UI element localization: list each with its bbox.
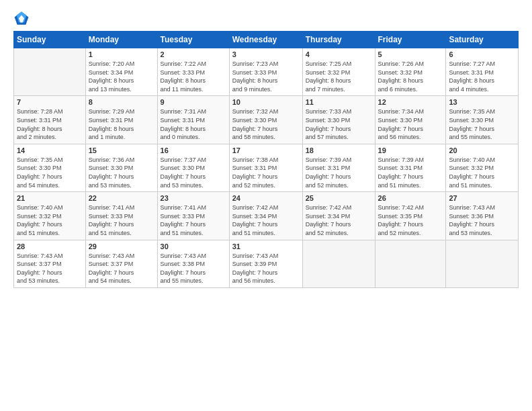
day-number: 18 [306, 146, 372, 154]
day-number: 27 [449, 194, 515, 202]
day-number: 10 [232, 98, 300, 106]
calendar-cell: 6Sunrise: 7:27 AMSunset: 3:31 PMDaylight… [446, 48, 519, 96]
day-number: 7 [17, 98, 83, 106]
day-info: Sunrise: 7:27 AMSunset: 3:31 PMDaylight:… [449, 60, 515, 93]
calendar-cell: 16Sunrise: 7:37 AMSunset: 3:30 PMDayligh… [157, 144, 229, 191]
day-info: Sunrise: 7:40 AMSunset: 3:32 PMDaylight:… [17, 203, 83, 237]
day-number: 5 [378, 50, 443, 58]
day-number: 6 [449, 50, 515, 58]
calendar-cell: 11Sunrise: 7:33 AMSunset: 3:30 PMDayligh… [302, 96, 375, 144]
day-number: 3 [232, 50, 300, 58]
day-info: Sunrise: 7:43 AMSunset: 3:37 PMDaylight:… [17, 252, 83, 285]
calendar-header-thursday: Thursday [302, 32, 375, 48]
calendar-cell: 7Sunrise: 7:28 AMSunset: 3:31 PMDaylight… [14, 96, 86, 144]
day-info: Sunrise: 7:22 AMSunset: 3:33 PMDaylight:… [161, 60, 226, 93]
day-info: Sunrise: 7:23 AMSunset: 3:33 PMDaylight:… [232, 60, 300, 93]
day-number: 8 [89, 98, 154, 106]
day-info: Sunrise: 7:38 AMSunset: 3:31 PMDaylight:… [232, 156, 300, 189]
calendar-cell: 19Sunrise: 7:39 AMSunset: 3:31 PMDayligh… [375, 144, 446, 191]
calendar-cell: 1Sunrise: 7:20 AMSunset: 3:34 PMDaylight… [85, 48, 157, 96]
day-info: Sunrise: 7:20 AMSunset: 3:34 PMDaylight:… [89, 60, 154, 93]
calendar-cell: 8Sunrise: 7:29 AMSunset: 3:31 PMDaylight… [85, 96, 157, 144]
day-number: 13 [449, 98, 515, 106]
calendar-cell: 28Sunrise: 7:43 AMSunset: 3:37 PMDayligh… [14, 240, 86, 287]
calendar-cell: 24Sunrise: 7:42 AMSunset: 3:34 PMDayligh… [229, 192, 302, 240]
calendar-cell: 26Sunrise: 7:42 AMSunset: 3:35 PMDayligh… [375, 192, 446, 240]
calendar-cell: 25Sunrise: 7:42 AMSunset: 3:34 PMDayligh… [302, 192, 375, 240]
header [13, 11, 519, 27]
calendar-cell [446, 240, 519, 287]
day-number: 22 [89, 194, 154, 202]
day-number: 21 [17, 194, 83, 202]
day-number: 17 [232, 146, 300, 154]
calendar-header-tuesday: Tuesday [157, 32, 229, 48]
day-info: Sunrise: 7:26 AMSunset: 3:32 PMDaylight:… [378, 60, 443, 93]
day-info: Sunrise: 7:43 AMSunset: 3:36 PMDaylight:… [449, 203, 515, 237]
day-number: 31 [232, 242, 300, 250]
calendar-table: SundayMondayTuesdayWednesdayThursdayFrid… [13, 31, 519, 288]
calendar-cell: 2Sunrise: 7:22 AMSunset: 3:33 PMDaylight… [157, 48, 229, 96]
day-info: Sunrise: 7:43 AMSunset: 3:38 PMDaylight:… [161, 252, 226, 285]
calendar-cell: 22Sunrise: 7:41 AMSunset: 3:33 PMDayligh… [85, 192, 157, 240]
logo [13, 11, 32, 27]
day-info: Sunrise: 7:36 AMSunset: 3:30 PMDaylight:… [89, 156, 154, 189]
calendar-cell: 21Sunrise: 7:40 AMSunset: 3:32 PMDayligh… [14, 192, 86, 240]
calendar-cell: 20Sunrise: 7:40 AMSunset: 3:32 PMDayligh… [446, 144, 519, 191]
day-info: Sunrise: 7:33 AMSunset: 3:30 PMDaylight:… [306, 107, 372, 141]
day-number: 12 [378, 98, 443, 106]
day-info: Sunrise: 7:28 AMSunset: 3:31 PMDaylight:… [17, 107, 83, 141]
day-info: Sunrise: 7:40 AMSunset: 3:32 PMDaylight:… [449, 156, 515, 189]
calendar-week-2: 14Sunrise: 7:35 AMSunset: 3:30 PMDayligh… [14, 144, 519, 191]
day-number: 28 [17, 242, 83, 250]
calendar-cell: 5Sunrise: 7:26 AMSunset: 3:32 PMDaylight… [375, 48, 446, 96]
calendar-week-3: 21Sunrise: 7:40 AMSunset: 3:32 PMDayligh… [14, 192, 519, 240]
calendar-cell [14, 48, 86, 96]
calendar-cell: 4Sunrise: 7:25 AMSunset: 3:32 PMDaylight… [302, 48, 375, 96]
calendar-cell: 27Sunrise: 7:43 AMSunset: 3:36 PMDayligh… [446, 192, 519, 240]
logo-icon [13, 11, 30, 27]
calendar-cell: 9Sunrise: 7:31 AMSunset: 3:31 PMDaylight… [157, 96, 229, 144]
day-number: 14 [17, 146, 83, 154]
day-info: Sunrise: 7:42 AMSunset: 3:35 PMDaylight:… [378, 203, 443, 237]
calendar-header-wednesday: Wednesday [229, 32, 302, 48]
day-info: Sunrise: 7:35 AMSunset: 3:30 PMDaylight:… [449, 107, 515, 141]
calendar-cell: 3Sunrise: 7:23 AMSunset: 3:33 PMDaylight… [229, 48, 302, 96]
calendar-cell: 30Sunrise: 7:43 AMSunset: 3:38 PMDayligh… [157, 240, 229, 287]
day-number: 23 [161, 194, 226, 202]
calendar-cell: 10Sunrise: 7:32 AMSunset: 3:30 PMDayligh… [229, 96, 302, 144]
day-info: Sunrise: 7:42 AMSunset: 3:34 PMDaylight:… [306, 203, 372, 237]
calendar-cell: 17Sunrise: 7:38 AMSunset: 3:31 PMDayligh… [229, 144, 302, 191]
calendar-cell: 29Sunrise: 7:43 AMSunset: 3:37 PMDayligh… [85, 240, 157, 287]
day-number: 2 [161, 50, 226, 58]
day-info: Sunrise: 7:35 AMSunset: 3:30 PMDaylight:… [17, 156, 83, 189]
day-number: 15 [89, 146, 154, 154]
day-info: Sunrise: 7:43 AMSunset: 3:39 PMDaylight:… [232, 252, 300, 285]
calendar-cell: 13Sunrise: 7:35 AMSunset: 3:30 PMDayligh… [446, 96, 519, 144]
calendar-cell: 14Sunrise: 7:35 AMSunset: 3:30 PMDayligh… [14, 144, 86, 191]
calendar-week-4: 28Sunrise: 7:43 AMSunset: 3:37 PMDayligh… [14, 240, 519, 287]
day-info: Sunrise: 7:41 AMSunset: 3:33 PMDaylight:… [161, 203, 226, 237]
calendar-week-1: 7Sunrise: 7:28 AMSunset: 3:31 PMDaylight… [14, 96, 519, 144]
calendar-header-friday: Friday [375, 32, 446, 48]
calendar-cell: 18Sunrise: 7:39 AMSunset: 3:31 PMDayligh… [302, 144, 375, 191]
day-info: Sunrise: 7:25 AMSunset: 3:32 PMDaylight:… [306, 60, 372, 93]
day-number: 25 [306, 194, 372, 202]
calendar-cell: 23Sunrise: 7:41 AMSunset: 3:33 PMDayligh… [157, 192, 229, 240]
calendar-header-saturday: Saturday [446, 32, 519, 48]
day-number: 29 [89, 242, 154, 250]
day-number: 9 [161, 98, 226, 106]
day-number: 1 [89, 50, 154, 58]
day-info: Sunrise: 7:32 AMSunset: 3:30 PMDaylight:… [232, 107, 300, 141]
day-number: 4 [306, 50, 372, 58]
day-info: Sunrise: 7:34 AMSunset: 3:30 PMDaylight:… [378, 107, 443, 141]
day-info: Sunrise: 7:39 AMSunset: 3:31 PMDaylight:… [306, 156, 372, 189]
day-info: Sunrise: 7:31 AMSunset: 3:31 PMDaylight:… [161, 107, 226, 141]
calendar-header-row: SundayMondayTuesdayWednesdayThursdayFrid… [14, 32, 519, 48]
day-info: Sunrise: 7:29 AMSunset: 3:31 PMDaylight:… [89, 107, 154, 141]
calendar-week-0: 1Sunrise: 7:20 AMSunset: 3:34 PMDaylight… [14, 48, 519, 96]
day-number: 19 [378, 146, 443, 154]
calendar-cell: 12Sunrise: 7:34 AMSunset: 3:30 PMDayligh… [375, 96, 446, 144]
day-info: Sunrise: 7:43 AMSunset: 3:37 PMDaylight:… [89, 252, 154, 285]
day-number: 30 [161, 242, 226, 250]
day-number: 16 [161, 146, 226, 154]
